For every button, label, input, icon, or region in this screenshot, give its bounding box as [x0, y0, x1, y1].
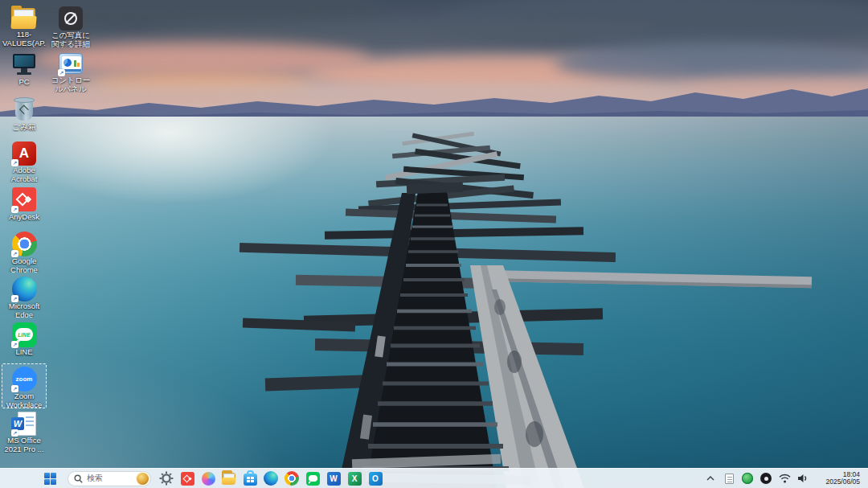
desktop-icon-label: この写真に関する詳細情報: [48, 31, 93, 47]
gear-icon: [159, 471, 174, 486]
wooden-pier: [0, 0, 868, 488]
file-explorer-taskbar-icon[interactable]: [220, 470, 238, 487]
desktop-icon-label: MS Office 2021 Pro ...: [2, 437, 47, 453]
outlook-icon: O: [369, 472, 383, 486]
microsoft-edge-taskbar-icon[interactable]: [262, 470, 280, 487]
desktop-icon-ms-office[interactable]: W ↗ MS Office 2021 Pro ...: [2, 408, 47, 453]
desktop-icon-control-panel[interactable]: ↗ コントロールパネル: [48, 48, 93, 93]
line-taskbar-icon[interactable]: [304, 470, 321, 487]
shortcut-arrow-icon: ↗: [11, 341, 18, 348]
google-chrome-icon: [285, 471, 299, 486]
desktop-icon-anydesk[interactable]: ↗ AnyDesk: [2, 183, 47, 228]
desktop-icon-recycle-bin[interactable]: ごみ箱: [2, 93, 47, 138]
desktop-icon-pc[interactable]: PC: [2, 48, 47, 93]
shortcut-arrow-icon: ↗: [11, 159, 18, 166]
desktop-icon-label: LINE: [2, 348, 47, 357]
copilot-icon: [202, 472, 215, 486]
tray-chevron-up-icon[interactable]: [704, 472, 717, 485]
taskbar-clock[interactable]: 18:04 2025/06/05: [815, 471, 860, 486]
desktop-icon-label: AnyDesk: [2, 213, 47, 222]
store-bag-icon: [244, 474, 257, 486]
desktop-icon-label: PC: [2, 78, 47, 87]
start-button[interactable]: [40, 470, 59, 487]
desktop-icon-spotlight-info[interactable]: この写真に関する詳細情報: [48, 3, 93, 48]
control-panel-icon: ↗: [57, 51, 84, 76]
settings-taskbar-icon[interactable]: [158, 470, 175, 487]
taskbar-pinned-apps: W X O: [158, 470, 384, 487]
wallpaper: [0, 0, 868, 488]
shortcut-arrow-icon: ↗: [11, 206, 18, 213]
windows-logo-icon: [44, 473, 56, 485]
taskbar: 検索: [0, 468, 868, 488]
shortcut-arrow-icon: ↗: [11, 250, 18, 257]
desktop-icon-label: Google Chrome: [2, 257, 47, 273]
microsoft-store-taskbar-icon[interactable]: [241, 470, 259, 487]
line-icon: [306, 472, 320, 486]
clock-date: 2025/06/05: [815, 478, 860, 486]
desktop-icon-label: Zoom Workplace: [2, 392, 47, 408]
desktop-icon-label: ごみ箱: [2, 123, 47, 132]
desktop-icon-microsoft-edge[interactable]: ↗ Microsoft Edge: [2, 273, 47, 318]
desktop-icon-label: 118-VALUES(AP...: [2, 31, 47, 47]
microsoft-edge-icon: ↗: [10, 277, 38, 301]
anydesk-icon: ↗: [10, 187, 38, 212]
wifi-icon[interactable]: [778, 472, 791, 485]
desktop-icon-zoom-workplace[interactable]: zoom↗ Zoom Workplace: [2, 363, 47, 408]
google-chrome-icon: ↗: [10, 232, 38, 256]
copilot-taskbar-icon[interactable]: [199, 470, 217, 487]
taskbar-search-box[interactable]: 検索: [68, 471, 151, 486]
line-icon: LINE↗: [10, 322, 38, 347]
anydesk-icon: [181, 472, 194, 486]
search-highlight-image[interactable]: [137, 473, 149, 485]
desktop-icon-label: コントロールパネル: [48, 76, 93, 92]
desktop-icon-line[interactable]: LINE↗ LINE: [2, 318, 47, 363]
excel-icon: X: [348, 472, 362, 486]
anydesk-taskbar-icon[interactable]: [178, 470, 196, 487]
word-icon: W: [327, 472, 341, 486]
shortcut-arrow-icon: ↗: [11, 295, 18, 302]
desktop-icon-label: Microsoft Edge: [2, 302, 47, 318]
system-tray: 18:04 2025/06/05: [704, 471, 863, 486]
desktop-icon-adobe-acrobat[interactable]: A↗ Adobe Acrobat: [2, 138, 47, 183]
excel-taskbar-icon[interactable]: X: [346, 470, 363, 487]
spotlight-photo-icon: [57, 6, 84, 31]
zoom-icon: zoom↗: [10, 367, 38, 392]
folder-icon: [222, 473, 236, 485]
ms-office-word-icon: W ↗: [10, 412, 38, 436]
desktop-icon-google-chrome[interactable]: ↗ Google Chrome: [2, 228, 47, 273]
search-icon: [74, 474, 83, 483]
outlook-taskbar-icon[interactable]: O: [366, 470, 384, 487]
shortcut-arrow-icon: ↗: [11, 385, 18, 392]
shortcut-arrow-icon: ↗: [58, 69, 65, 76]
folder-icon: [10, 6, 38, 30]
shortcut-arrow-icon: ↗: [11, 429, 18, 437]
desktop-icon-folder-118-values[interactable]: 118-VALUES(AP...: [2, 3, 47, 48]
tray-document-icon[interactable]: [723, 472, 735, 485]
microsoft-edge-icon: [264, 471, 278, 486]
word-taskbar-icon[interactable]: W: [325, 470, 342, 487]
recycle-bin-icon: [10, 96, 38, 122]
volume-icon[interactable]: [796, 472, 809, 485]
tray-black-app-icon[interactable]: [760, 472, 772, 485]
tray-green-app-icon[interactable]: [741, 472, 754, 485]
desktop-screen: 118-VALUES(AP... PC ごみ箱 A↗ Adobe Acrobat…: [0, 0, 868, 488]
google-chrome-taskbar-icon[interactable]: [283, 470, 301, 487]
adobe-acrobat-icon: A↗: [10, 141, 38, 166]
pc-icon: [10, 51, 38, 77]
search-placeholder: 検索: [87, 473, 137, 484]
desktop-icon-label: Adobe Acrobat: [2, 166, 47, 182]
